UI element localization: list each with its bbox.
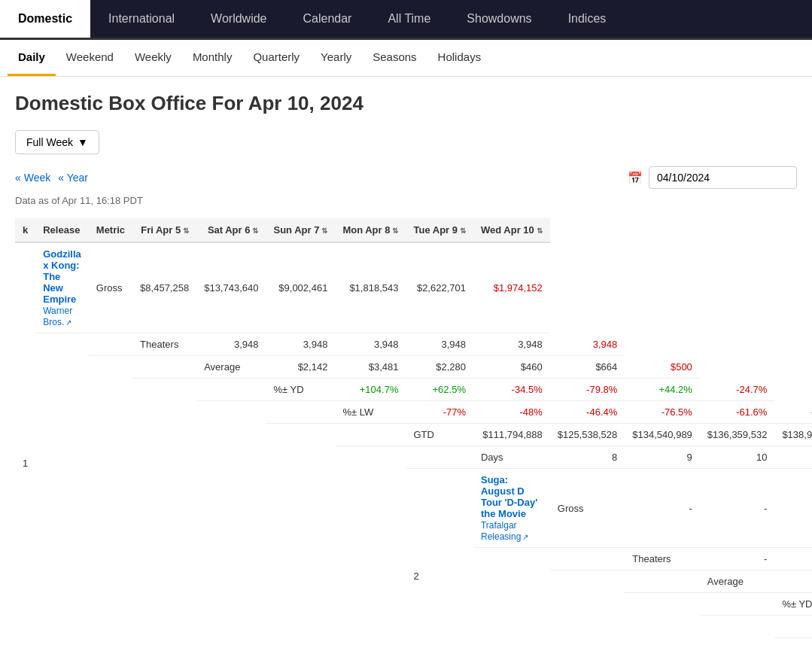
release-cell: Godzilla x Kong: The New EmpireWarner Br… (35, 242, 89, 333)
distributor-link[interactable]: Warner Bros.↗ (43, 306, 72, 327)
top-nav-calendar[interactable]: Calendar (285, 0, 370, 38)
sat-cell: -48% (473, 401, 550, 424)
top-nav-domestic[interactable]: Domestic (0, 0, 90, 38)
metric-name-cell: Theaters (132, 333, 196, 356)
top-nav-worldwide[interactable]: Worldwide (193, 0, 284, 38)
controls-row: Full Week ▼ (15, 130, 797, 154)
tue-cell: +44.2% (625, 379, 700, 401)
sat-cell: $13,743,640 (196, 242, 266, 333)
rank-cell (89, 356, 132, 646)
sub-nav: Daily Weekend Weekly Monthly Quarterly Y… (0, 40, 812, 77)
sat-cell: $125,538,528 (550, 424, 625, 446)
rank-cell (625, 593, 700, 646)
sat-cell: - (774, 548, 812, 570)
fri-cell: 3,948 (196, 333, 266, 356)
mon-cell: $136,359,532 (700, 424, 775, 446)
col-header-release: Release (35, 218, 89, 242)
wed-cell: -57.3% (774, 401, 812, 424)
metric-name-cell: Average (196, 356, 266, 379)
sun-cell: -34.5% (473, 379, 550, 401)
dropdown-chevron-icon: ▼ (78, 136, 88, 148)
sort-arrows-wed: ⇅ (537, 227, 543, 235)
sat-cell: $3,481 (335, 356, 406, 379)
sun-cell: $134,540,989 (625, 424, 700, 446)
rank-cell (266, 424, 335, 646)
rank-cell (774, 638, 812, 646)
sun-cell: $2,280 (406, 356, 473, 379)
sub-nav-daily[interactable]: Daily (8, 40, 56, 76)
rank-cell (550, 570, 625, 646)
wed-cell: $500 (625, 356, 700, 379)
col-header-wed[interactable]: Wed Apr 10⇅ (473, 218, 550, 242)
fri-cell: -77% (406, 401, 473, 424)
date-input[interactable] (649, 166, 797, 189)
sat-cell: - (700, 469, 775, 548)
mon-cell: -79.8% (550, 379, 625, 401)
sub-nav-yearly[interactable]: Yearly (310, 40, 362, 76)
wed-cell: -24.7% (700, 379, 775, 401)
top-nav-indices[interactable]: Indices (550, 0, 625, 38)
tue-cell: $664 (550, 356, 625, 379)
fri-cell: 8 (550, 446, 625, 469)
date-input-row: 📅 (628, 166, 797, 189)
metric-name-cell: Theaters (625, 548, 700, 570)
data-timestamp: Data as of Apr 11, 16:18 PDT (15, 195, 797, 206)
top-nav-international[interactable]: International (90, 0, 193, 38)
fri-cell: - (700, 548, 775, 570)
release-cell (266, 401, 335, 424)
sub-nav-seasons[interactable]: Seasons (362, 40, 427, 76)
prev-week-link[interactable]: « Week (15, 172, 50, 184)
sat-cell: 3,948 (266, 333, 335, 356)
prev-year-link[interactable]: « Year (58, 172, 88, 184)
release-link[interactable]: Godzilla x Kong: The New Empire (43, 248, 81, 305)
distributor-link[interactable]: Trafalgar Releasing↗ (481, 520, 528, 542)
sub-nav-monthly[interactable]: Monthly (182, 40, 243, 76)
metric-name-cell: %± YD (774, 593, 812, 616)
metric-name-cell: %± YD (266, 379, 335, 401)
sat-cell: +62.5% (406, 379, 473, 401)
sub-nav-quarterly[interactable]: Quarterly (242, 40, 310, 76)
release-cell (550, 548, 625, 570)
external-link-icon: ↗ (65, 318, 71, 327)
sun-cell: 3,948 (335, 333, 406, 356)
sub-nav-weekend[interactable]: Weekend (56, 40, 124, 76)
sun-cell: $9,002,461 (266, 242, 335, 333)
col-header-mon[interactable]: Mon Apr 8⇅ (335, 218, 406, 242)
full-week-dropdown[interactable]: Full Week ▼ (15, 130, 99, 154)
rank-cell (335, 446, 406, 646)
col-header-rank: k (15, 218, 35, 242)
release-link[interactable]: Suga: August D Tour 'D-Day' the Movie (481, 474, 537, 519)
page-content: Domestic Box Office For Apr 10, 2024 Ful… (0, 77, 812, 645)
sub-nav-holidays[interactable]: Holidays (427, 40, 492, 76)
tue-cell: 3,948 (473, 333, 550, 356)
sat-cell: 9 (625, 446, 700, 469)
metric-name-cell: %± LW (335, 401, 406, 424)
calendar-icon: 📅 (628, 171, 643, 185)
rank-cell (35, 333, 89, 646)
top-nav-alltime[interactable]: All Time (370, 0, 449, 38)
rank-cell (196, 401, 266, 646)
col-header-fri[interactable]: Fri Apr 5⇅ (132, 218, 196, 242)
sub-nav-weekly[interactable]: Weekly (124, 40, 182, 76)
rank-cell (700, 616, 775, 646)
col-header-metric: Metric (89, 218, 132, 242)
tue-cell: $2,622,701 (406, 242, 473, 333)
col-header-sun[interactable]: Sun Apr 7⇅ (266, 218, 335, 242)
external-link-icon: ↗ (522, 533, 528, 541)
release-cell (625, 570, 700, 593)
release-cell (196, 379, 266, 401)
sort-arrows-fri: ⇅ (183, 227, 189, 235)
sort-arrows-mon: ⇅ (392, 227, 398, 235)
col-header-tue[interactable]: Tue Apr 9⇅ (406, 218, 473, 242)
top-nav-showdowns[interactable]: Showdowns (449, 0, 549, 38)
fri-cell: $111,794,888 (473, 424, 550, 446)
sun-cell: 10 (700, 446, 775, 469)
tue-cell: -61.6% (700, 401, 775, 424)
release-cell: Suga: August D Tour 'D-Day' the MovieTra… (473, 469, 550, 548)
sort-arrows-sat: ⇅ (252, 227, 258, 235)
mon-cell: $1,818,543 (335, 242, 406, 333)
data-table: k Release Metric Fri Apr 5⇅ Sat Apr 6⇅ S… (15, 218, 812, 645)
top-nav: Domestic International Worldwide Calenda… (0, 0, 812, 40)
col-header-sat[interactable]: Sat Apr 6⇅ (196, 218, 266, 242)
sort-arrows-tue: ⇅ (460, 227, 466, 235)
